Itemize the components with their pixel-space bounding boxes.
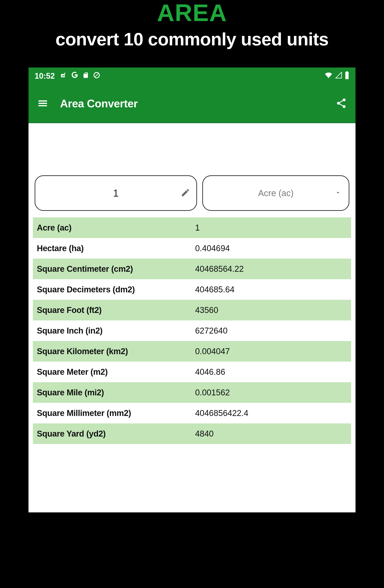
result-unit: Acre (ac) [37, 223, 195, 232]
unit-select[interactable]: Acre (ac) [202, 175, 349, 211]
results-table: Acre (ac) 1 Hectare (ha) 0.404694 Square… [33, 217, 351, 444]
pencil-icon [181, 188, 190, 198]
result-value: 4046.86 [195, 367, 347, 377]
table-row[interactable]: Square Centimeter (cm2) 40468564.22 [33, 259, 351, 279]
table-row[interactable]: Acre (ac) 1 [33, 217, 351, 238]
table-row[interactable]: Square Kilometer (km2) 0.004047 [33, 341, 351, 362]
status-clock: 10:52 [35, 71, 55, 81]
chevron-down-icon [335, 189, 341, 197]
result-unit: Square Inch (in2) [37, 326, 195, 336]
wifi-icon [324, 72, 333, 81]
app-bar: Area Converter [28, 84, 356, 123]
table-row[interactable]: Square Decimeters (dm2) 404685.64 [33, 279, 351, 300]
table-row[interactable]: Square Inch (in2) 6272640 [33, 320, 351, 341]
input-row: 1 Acre (ac) [33, 175, 351, 211]
share-icon [336, 98, 347, 110]
result-unit: Square Meter (m2) [37, 367, 195, 377]
promo-title: AREA [0, 0, 384, 25]
cell-signal-icon [335, 72, 342, 81]
mail-icon [59, 72, 67, 81]
phone-frame: 10:52 [28, 67, 356, 512]
app-title: Area Converter [60, 97, 138, 110]
status-bar: 10:52 [28, 67, 356, 84]
result-unit: Square Yard (yd2) [37, 429, 195, 439]
result-unit: Square Millimeter (mm2) [37, 408, 195, 418]
result-value: 4046856422.4 [195, 408, 347, 418]
result-value: 4840 [195, 429, 347, 439]
table-row[interactable]: Square Yard (yd2) 4840 [33, 423, 351, 444]
result-unit: Hectare (ha) [37, 244, 195, 253]
result-value: 0.001562 [195, 388, 347, 397]
result-value: 6272640 [195, 326, 347, 336]
result-value: 404685.64 [195, 285, 347, 294]
value-input-text: 1 [35, 187, 196, 199]
result-value: 40468564.22 [195, 264, 347, 274]
menu-button[interactable] [35, 96, 50, 111]
result-value: 43560 [195, 306, 347, 315]
sd-card-icon [83, 71, 89, 81]
result-value: 0.404694 [195, 244, 347, 253]
table-row[interactable]: Square Meter (m2) 4046.86 [33, 362, 351, 382]
value-input[interactable]: 1 [35, 175, 197, 211]
share-button[interactable] [334, 96, 349, 111]
result-unit: Square Decimeters (dm2) [37, 285, 195, 294]
table-row[interactable]: Square Mile (mi2) 0.001562 [33, 382, 351, 403]
result-value: 1 [195, 223, 347, 232]
result-unit: Square Foot (ft2) [37, 306, 195, 315]
result-value: 0.004047 [195, 347, 347, 356]
table-row[interactable]: Square Millimeter (mm2) 4046856422.4 [33, 403, 351, 423]
table-row[interactable]: Square Foot (ft2) 43560 [33, 300, 351, 320]
google-g-icon [71, 71, 79, 81]
table-row[interactable]: Hectare (ha) 0.404694 [33, 238, 351, 259]
result-unit: Square Kilometer (km2) [37, 347, 195, 356]
content-area: 1 Acre (ac) Acre (ac) 1 Hectare (ha) 0.4… [28, 123, 356, 512]
hamburger-icon [37, 98, 48, 110]
result-unit: Square Mile (mi2) [37, 388, 195, 397]
result-unit: Square Centimeter (cm2) [37, 264, 195, 274]
unit-select-text: Acre (ac) [258, 188, 294, 198]
promo-subtitle: convert 10 commonly used units [0, 29, 384, 49]
battery-icon [344, 71, 349, 81]
no-sign-icon [93, 71, 100, 81]
